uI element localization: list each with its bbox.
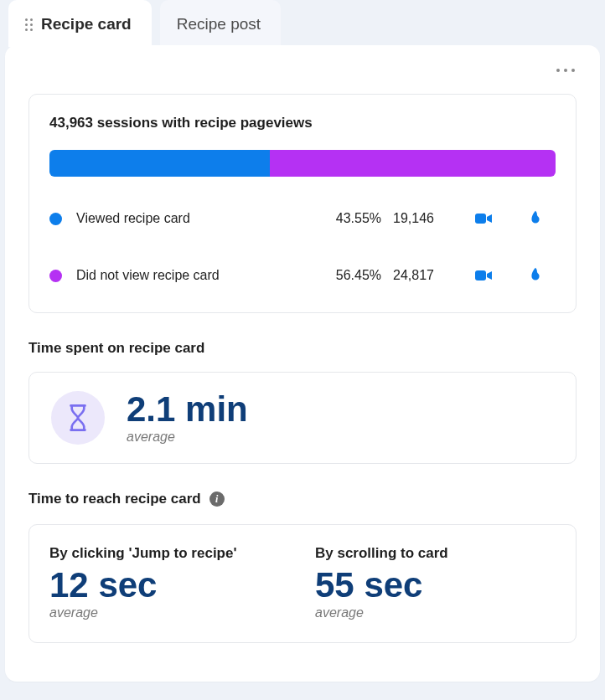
row-percent: 56.45% (314, 268, 381, 283)
reach-by-jump: By clicking 'Jump to recipe' 12 sec aver… (49, 545, 290, 620)
svg-rect-0 (475, 214, 486, 224)
bar-segment-viewed (49, 150, 270, 177)
average-label: average (127, 430, 248, 445)
row-percent: 43.55% (314, 211, 381, 226)
tab-recipe-card[interactable]: Recipe card (8, 0, 152, 47)
metric-block: 2.1 min average (127, 391, 248, 445)
time-spent-heading: Time spent on recipe card (28, 340, 577, 357)
bar-segment-not-viewed (270, 150, 556, 177)
row-count: 24,817 (393, 268, 452, 283)
svg-rect-1 (475, 270, 486, 281)
sessions-title: 43,963 sessions with recipe pageviews (49, 115, 556, 131)
time-reach-panel: By clicking 'Jump to recipe' 12 sec aver… (28, 524, 577, 643)
sessions-rows: Viewed recipe card 43.55% 19,146 Did not… (49, 190, 556, 304)
hourglass-icon (65, 404, 90, 432)
legend-dot-icon (49, 270, 62, 282)
average-label: average (49, 605, 290, 620)
time-spent-value: 2.1 min (127, 391, 248, 428)
reach-value: 55 sec (315, 567, 556, 604)
reach-subtitle: By clicking 'Jump to recipe' (49, 545, 290, 562)
reach-by-scroll: By scrolling to card 55 sec average (315, 545, 556, 620)
tab-label: Recipe card (41, 15, 132, 33)
video-camera-icon[interactable] (463, 208, 504, 229)
sessions-row: Viewed recipe card 43.55% 19,146 (49, 190, 556, 247)
time-spent-panel: 2.1 min average (28, 372, 577, 464)
tab-recipe-post[interactable]: Recipe post (160, 0, 281, 47)
tab-label: Recipe post (177, 15, 261, 33)
reach-value: 12 sec (49, 567, 290, 604)
time-reach-heading: Time to reach recipe card i (28, 491, 577, 507)
card-body: 43,963 sessions with recipe pageviews Vi… (5, 45, 600, 682)
sessions-row: Did not view recipe card 56.45% 24,817 (49, 247, 556, 304)
reach-subtitle: By scrolling to card (315, 545, 556, 562)
tabs-bar: Recipe card Recipe post (5, 0, 600, 47)
hourglass-badge (51, 391, 105, 445)
row-count: 19,146 (393, 211, 452, 226)
legend-dot-icon (49, 213, 62, 225)
sessions-stacked-bar (49, 150, 556, 177)
flame-icon[interactable] (515, 266, 556, 285)
more-menu-button[interactable] (551, 64, 580, 77)
drag-handle-icon[interactable] (25, 18, 33, 31)
sessions-panel: 43,963 sessions with recipe pageviews Vi… (28, 94, 577, 313)
row-label: Did not view recipe card (76, 268, 302, 283)
row-label: Viewed recipe card (76, 211, 302, 226)
info-icon[interactable]: i (209, 492, 225, 507)
flame-icon[interactable] (515, 209, 556, 228)
average-label: average (315, 605, 556, 620)
video-camera-icon[interactable] (463, 265, 504, 286)
